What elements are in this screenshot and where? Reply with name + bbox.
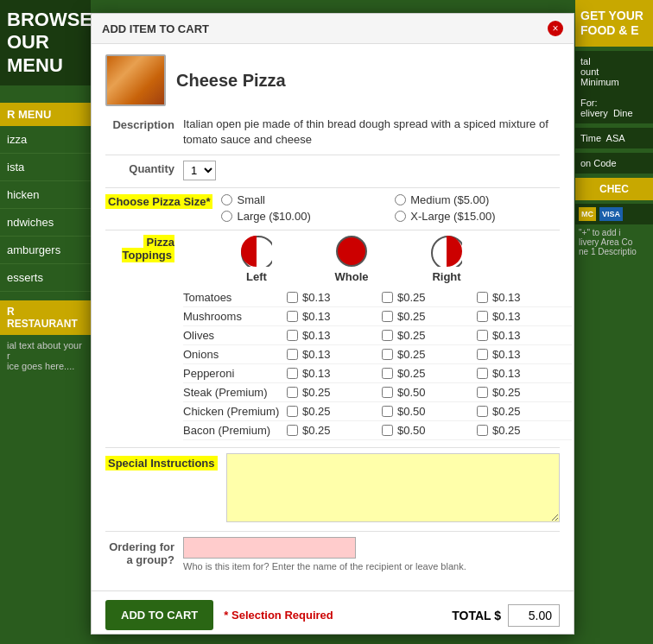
add-to-cart-button[interactable]: ADD TO CART xyxy=(105,600,213,630)
special-instructions-textarea[interactable] xyxy=(226,453,560,522)
topping-price-steak-whole: $0.50 xyxy=(397,386,426,399)
topping-right-onions: $0.13 xyxy=(477,348,572,361)
menu-label: R MENU xyxy=(0,103,91,126)
topping-right-pepperoni: $0.13 xyxy=(477,367,572,380)
description-row: Description Italian open pie made of thi… xyxy=(105,117,560,148)
size-option-large[interactable]: Large ($10.00) xyxy=(221,210,386,223)
topping-check-onions-left[interactable] xyxy=(287,349,298,360)
topping-row-chicken: Chicken (Premium) $0.25 $0.50 $0.25 xyxy=(183,402,572,421)
size-radio-large[interactable] xyxy=(221,211,232,222)
group-right: Who is this item for? Enter the name of … xyxy=(183,537,560,571)
topping-whole-bacon: $0.50 xyxy=(382,424,477,437)
topping-price-tomatoes-whole: $0.25 xyxy=(397,291,426,304)
mastercard-badge: MC xyxy=(579,207,596,221)
toppings-label: Pizza Toppings xyxy=(122,235,174,262)
browse-header: BROWSE OUR MENU xyxy=(0,0,91,85)
menu-item-pizza[interactable]: izza xyxy=(0,126,91,154)
topping-check-pepperoni-whole[interactable] xyxy=(382,368,393,379)
toppings-table: Left Whole Right Tomatoes xyxy=(183,236,572,440)
left-half-icon xyxy=(241,236,272,267)
size-option-small[interactable]: Small xyxy=(221,193,386,206)
topping-check-olives-whole[interactable] xyxy=(382,330,393,341)
topping-check-tomatoes-right[interactable] xyxy=(477,292,488,303)
topping-price-mushrooms-left: $0.13 xyxy=(302,310,331,323)
topping-check-bacon-right[interactable] xyxy=(477,425,488,436)
topping-name-pepperoni: Pepperoni xyxy=(183,367,287,380)
topping-check-olives-right[interactable] xyxy=(477,330,488,341)
topping-price-onions-right: $0.13 xyxy=(492,348,521,361)
topping-right-tomatoes: $0.13 xyxy=(477,291,572,304)
topping-price-pepperoni-right: $0.13 xyxy=(492,367,521,380)
modal-header: ADD ITEM TO CART × xyxy=(92,14,574,44)
total-value: 5.00 xyxy=(508,604,560,627)
size-option-medium[interactable]: Medium ($5.00) xyxy=(395,193,560,206)
topping-check-onions-right[interactable] xyxy=(477,349,488,360)
topping-whole-onions: $0.25 xyxy=(382,348,477,361)
quantity-select[interactable]: 1 2 3 4 5 xyxy=(183,161,216,180)
selection-required-text: * Selection Required xyxy=(224,609,333,622)
topping-left-onions: $0.13 xyxy=(287,348,382,361)
group-name-input[interactable] xyxy=(183,537,356,559)
topping-left-tomatoes: $0.13 xyxy=(287,291,382,304)
quantity-row: Quantity 1 2 3 4 5 xyxy=(105,161,560,180)
topping-check-pepperoni-left[interactable] xyxy=(287,368,298,379)
group-label-col: Ordering fora group? xyxy=(105,537,183,566)
quantity-value: 1 2 3 4 5 xyxy=(183,161,560,180)
size-option-xlarge[interactable]: X-Large ($15.00) xyxy=(395,210,560,223)
menu-item-burgers[interactable]: amburgers xyxy=(0,237,91,264)
topping-check-steak-left[interactable] xyxy=(287,387,298,398)
topping-price-tomatoes-right: $0.13 xyxy=(492,291,521,304)
size-options: Small Medium ($5.00) Large ($10.00) X-La… xyxy=(221,193,560,223)
restaurant-text: ial text about your rice goes here.... xyxy=(0,335,91,376)
restaurant-label: R RESTAURANT xyxy=(0,300,91,335)
topping-price-pepperoni-left: $0.13 xyxy=(302,367,331,380)
browse-line2: OUR MENU xyxy=(7,31,84,77)
topping-row-tomatoes: Tomatoes $0.13 $0.25 $0.13 xyxy=(183,288,572,307)
topping-check-mushrooms-whole[interactable] xyxy=(382,311,393,322)
topping-check-chicken-left[interactable] xyxy=(287,406,298,417)
right-icon-col: Right xyxy=(399,236,494,283)
pizza-size-row: Choose Pizza Size* Small Medium ($5.00) … xyxy=(105,193,560,223)
promo-header: GET YOURFOOD & E xyxy=(575,0,653,47)
topping-check-olives-left[interactable] xyxy=(287,330,298,341)
time-section: Time ASA xyxy=(575,128,653,148)
topping-name-bacon: Bacon (Premium) xyxy=(183,424,287,437)
topping-check-tomatoes-whole[interactable] xyxy=(382,292,393,303)
menu-item-pasta[interactable]: ista xyxy=(0,154,91,181)
topping-check-mushrooms-left[interactable] xyxy=(287,311,298,322)
size-radio-xlarge[interactable] xyxy=(395,211,406,222)
menu-item-desserts[interactable]: esserts xyxy=(0,264,91,292)
topping-check-bacon-left[interactable] xyxy=(287,425,298,436)
topping-name-tomatoes: Tomatoes xyxy=(183,291,287,304)
bg-right-panel: GET YOURFOOD & E talountMinimumFor:elive… xyxy=(575,0,653,644)
menu-item-chicken[interactable]: hicken xyxy=(0,181,91,209)
topping-right-steak: $0.25 xyxy=(477,386,572,399)
size-radio-medium[interactable] xyxy=(395,194,406,205)
size-radio-small[interactable] xyxy=(221,194,232,205)
topping-check-bacon-whole[interactable] xyxy=(382,425,393,436)
topping-check-steak-whole[interactable] xyxy=(382,387,393,398)
topping-row-steak: Steak (Premium) $0.25 $0.50 $0.25 xyxy=(183,383,572,402)
topping-check-tomatoes-left[interactable] xyxy=(287,292,298,303)
topping-price-chicken-whole: $0.50 xyxy=(397,405,426,418)
topping-right-bacon: $0.25 xyxy=(477,424,572,437)
modal-close-button[interactable]: × xyxy=(548,21,563,36)
topping-check-steak-right[interactable] xyxy=(477,387,488,398)
topping-price-olives-right: $0.13 xyxy=(492,329,521,342)
topping-price-olives-left: $0.13 xyxy=(302,329,331,342)
topping-whole-mushrooms: $0.25 xyxy=(382,310,477,323)
topping-check-pepperoni-right[interactable] xyxy=(477,368,488,379)
topping-check-onions-whole[interactable] xyxy=(382,349,393,360)
menu-item-sandwiches[interactable]: ndwiches xyxy=(0,209,91,237)
topping-price-chicken-left: $0.25 xyxy=(302,405,331,418)
topping-check-chicken-whole[interactable] xyxy=(382,406,393,417)
left-icon-col: Left xyxy=(209,236,304,283)
topping-check-mushrooms-right[interactable] xyxy=(477,311,488,322)
modal-footer: ADD TO CART * Selection Required TOTAL $… xyxy=(92,590,574,635)
check-button[interactable]: CHEC xyxy=(575,178,653,200)
topping-left-chicken: $0.25 xyxy=(287,405,382,418)
right-half-icon xyxy=(431,236,462,267)
topping-check-chicken-right[interactable] xyxy=(477,406,488,417)
topping-price-mushrooms-right: $0.13 xyxy=(492,310,521,323)
toppings-section: Pizza Toppings Left Whole Right xyxy=(105,236,560,440)
